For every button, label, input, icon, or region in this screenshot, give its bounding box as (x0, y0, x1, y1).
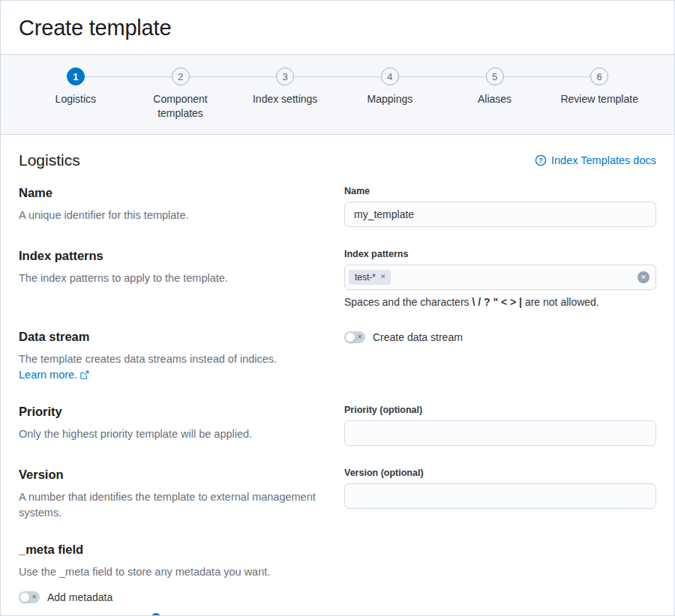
toggle-off-icon: ✕ (357, 334, 362, 340)
meta-row-description: Use the _meta field to store any metadat… (19, 564, 656, 580)
create-data-stream-label: Create data stream (373, 331, 463, 343)
step-connector: 6 (547, 67, 652, 85)
stepper-step-aliases[interactable]: 5 Aliases (442, 67, 548, 121)
step-number-icon: 6 (590, 67, 608, 85)
toggle-knob (20, 592, 30, 603)
clear-icon: ✕ (640, 274, 646, 281)
add-metadata-label: Add metadata (47, 591, 112, 603)
index-patterns-row-title: Index patterns (19, 249, 331, 263)
step-label: Index settings (253, 92, 317, 106)
step-connector: 2 (128, 67, 233, 85)
name-field-label: Name (344, 186, 656, 196)
step-number-icon: 2 (172, 67, 190, 85)
name-input[interactable] (344, 202, 656, 227)
external-link-icon (80, 370, 89, 379)
priority-input[interactable] (344, 420, 656, 446)
index-pattern-pill: test-* ✕ (349, 270, 391, 285)
form-row-name: Name A unique identifier for this templa… (19, 186, 656, 227)
version-field-label: Version (optional) (344, 468, 656, 478)
step-label: Logistics (56, 92, 96, 106)
form-row-data-stream: Data stream The template creates data st… (19, 330, 656, 383)
create-template-page: Create template 1 Logistics 2 Component … (0, 0, 675, 616)
form-row-priority: Priority Only the highest priority templ… (19, 405, 656, 446)
step-number-icon: 4 (381, 67, 399, 85)
version-row-title: Version (19, 468, 331, 482)
section-title: Logistics (19, 151, 80, 169)
priority-row-title: Priority (19, 405, 331, 419)
index-pattern-pill-label: test-* (355, 272, 376, 283)
index-patterns-field-label: Index patterns (344, 249, 656, 259)
step-number-icon: 1 (67, 67, 85, 85)
learn-more-link[interactable]: Learn more. (19, 367, 89, 383)
stepper: 1 Logistics 2 Component templates 3 Inde… (1, 54, 674, 135)
stepper-step-mappings[interactable]: 4 Mappings (338, 67, 442, 121)
page-title: Create template (19, 16, 656, 40)
step-connector: 4 (338, 67, 442, 85)
index-templates-docs-link[interactable]: ? Index Templates docs (535, 154, 656, 166)
step-number-icon: 5 (486, 67, 504, 85)
step-connector: 3 (232, 67, 338, 85)
step-label: Review template (560, 92, 638, 106)
clear-combobox-button[interactable]: ✕ (638, 271, 650, 283)
index-patterns-help-text: Spaces and the characters \ / ? " < > | … (344, 296, 656, 308)
toggle-knob (345, 332, 356, 342)
index-patterns-row-description: The index patterns to apply to the templ… (19, 271, 331, 286)
priority-row-description: Only the highest priority template will … (19, 426, 331, 442)
step-connector: 5 (442, 67, 548, 85)
priority-field-label: Priority (optional) (344, 405, 656, 415)
index-patterns-combobox[interactable]: test-* ✕ ✕ (344, 265, 656, 290)
name-row-description: A unique identifier for this template. (19, 208, 331, 223)
step-connector: 1 (23, 67, 128, 85)
meta-field-block: _meta field Use the _meta field to store… (19, 543, 656, 603)
version-input[interactable] (344, 483, 656, 509)
remove-pattern-icon[interactable]: ✕ (380, 273, 386, 281)
step-label: Aliases (478, 92, 512, 106)
page-header: Create template (1, 1, 674, 54)
meta-row-title: _meta field (19, 543, 656, 557)
add-metadata-toggle[interactable]: ✕ (19, 591, 40, 603)
name-row-title: Name (19, 186, 331, 200)
section-header: Logistics ? Index Templates docs (1, 135, 674, 171)
step-number-icon: 3 (276, 67, 294, 85)
svg-text:?: ? (538, 157, 543, 164)
data-stream-row-description: The template creates data streams instea… (19, 351, 331, 383)
step-label: Component templates (136, 92, 226, 121)
form-body: Name A unique identifier for this templa… (1, 171, 674, 616)
form-row-index-patterns: Index patterns The index patterns to app… (19, 249, 656, 308)
step-label: Mappings (368, 92, 413, 106)
form-row-version: Version A number that identifies the tem… (19, 468, 656, 521)
version-row-description: A number that identifies the template to… (19, 489, 331, 521)
add-metadata-row: ✕ Add metadata (19, 591, 656, 603)
stepper-step-review-template[interactable]: 6 Review template (547, 67, 652, 121)
create-data-stream-toggle[interactable]: ✕ (344, 331, 365, 343)
toggle-off-icon: ✕ (32, 594, 37, 600)
data-stream-row-title: Data stream (19, 330, 331, 344)
help-circle-icon: ? (535, 154, 547, 166)
stepper-step-index-settings[interactable]: 3 Index settings (232, 67, 338, 121)
stepper-step-component-templates[interactable]: 2 Component templates (128, 67, 233, 121)
stepper-step-logistics[interactable]: 1 Logistics (23, 67, 128, 121)
create-data-stream-row: ✕ Create data stream (344, 331, 656, 343)
docs-link-label: Index Templates docs (551, 154, 656, 166)
